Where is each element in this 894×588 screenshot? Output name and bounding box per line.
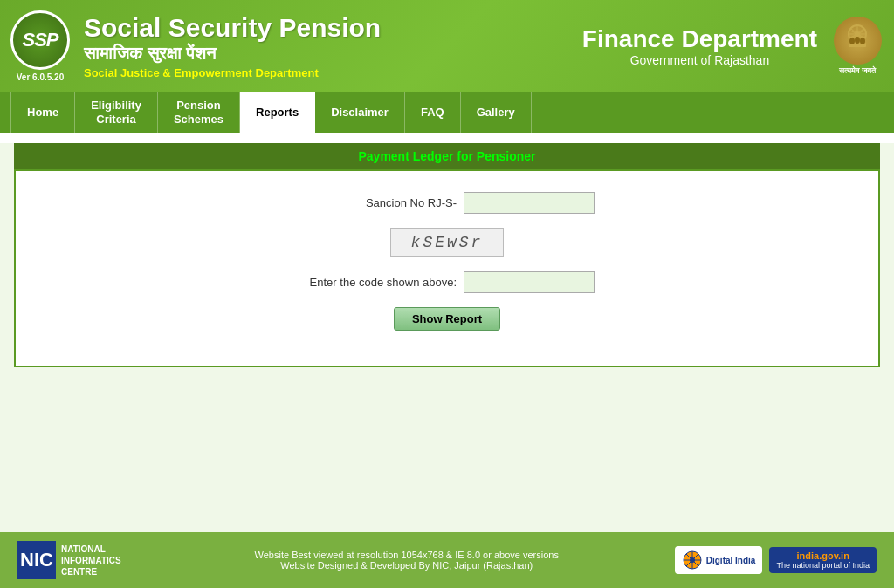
logo-area: SSP Ver 6.0.5.20	[10, 10, 70, 82]
nav-eligibility[interactable]: Eligibility Criteria	[75, 92, 158, 133]
footer-right: Digital India india.gov.in The national …	[675, 546, 877, 574]
main-content: Payment Ledger for Pensioner Sancion No …	[0, 143, 894, 544]
india-gov-badge[interactable]: india.gov.in The national portal of Indi…	[769, 547, 877, 573]
sancion-label: Sancion No RJ-S-	[299, 196, 457, 209]
nav-reports[interactable]: Reports	[240, 92, 315, 133]
submit-row: Show Report	[30, 307, 864, 331]
ashoka-emblem	[834, 17, 882, 65]
govt-name: Government of Rajasthan	[630, 53, 770, 67]
navbar: Home Eligibility Criteria Pension Scheme…	[0, 92, 894, 133]
code-input[interactable]	[464, 271, 595, 293]
captcha-row: kSEwSr	[30, 228, 864, 257]
nic-logo: NIC NATIONAL INFORMATICS CENTRE	[17, 541, 121, 579]
nav-pension[interactable]: Pension Schemes	[158, 92, 240, 133]
sancion-row: Sancion No RJ-S-	[30, 192, 864, 214]
footer-center: Website Best viewed at resolution 1054x7…	[139, 550, 675, 571]
form-container: Sancion No RJ-S- kSEwSr Enter the code s…	[14, 169, 880, 367]
design-text: Website Designed & Developed By NIC, Jai…	[139, 560, 675, 571]
nic-name: NATIONAL INFORMATICS CENTRE	[61, 544, 121, 578]
section-title: Payment Ledger for Pensioner	[358, 149, 535, 163]
digital-india-badge[interactable]: Digital India	[675, 546, 763, 574]
version-label: Ver 6.0.5.20	[17, 72, 65, 82]
satyamev-text: सत्यमेव जयते	[839, 66, 876, 76]
code-row: Enter the code shown above:	[30, 271, 864, 293]
section-title-bar: Payment Ledger for Pensioner	[14, 143, 880, 169]
svg-point-10	[855, 37, 860, 44]
right-header: Finance Department Government of Rajasth…	[582, 25, 817, 67]
india-gov-url: india.gov.in	[797, 550, 849, 561]
india-gov-sub: The national portal of India	[776, 561, 870, 570]
nav-home[interactable]: Home	[10, 92, 75, 133]
resolution-text: Website Best viewed at resolution 1054x7…	[139, 550, 675, 560]
app-title-en: Social Security Pension	[84, 13, 582, 42]
footer: NIC NATIONAL INFORMATICS CENTRE Website …	[0, 532, 894, 588]
svg-point-11	[860, 38, 865, 44]
header: SSP Ver 6.0.5.20 Social Security Pension…	[0, 0, 894, 92]
app-subtitle: Social Justice & Empowerment Department	[84, 66, 582, 79]
captcha-image: kSEwSr	[390, 228, 504, 257]
show-report-button[interactable]: Show Report	[394, 307, 500, 331]
nav-disclaimer[interactable]: Disclaimer	[315, 92, 405, 133]
sancion-input[interactable]	[464, 192, 595, 214]
ssp-logo: SSP	[10, 10, 70, 70]
header-titles: Social Security Pension सामाजिक सुरक्षा …	[84, 13, 582, 79]
code-label: Enter the code shown above:	[299, 276, 457, 289]
app-title-hi: सामाजिक सुरक्षा पेंशन	[84, 44, 582, 64]
nav-faq[interactable]: FAQ	[405, 92, 461, 133]
nav-gallery[interactable]: Gallery	[461, 92, 532, 133]
nic-badge: NIC	[17, 541, 56, 579]
dept-name: Finance Department	[582, 25, 817, 53]
digital-india-text: Digital India	[706, 556, 756, 565]
digital-india-icon	[682, 550, 703, 571]
svg-point-9	[849, 38, 855, 44]
emblem-area: सत्यमेव जयते	[831, 16, 884, 77]
